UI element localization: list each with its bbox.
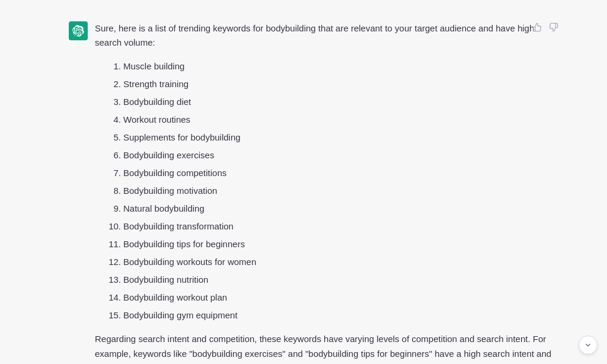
list-number: 1. <box>100 59 121 74</box>
list-item-text: Bodybuilding motivation <box>123 184 217 198</box>
list-number: 6. <box>100 148 121 162</box>
list-item: 5.Supplements for bodybuilding <box>100 130 560 145</box>
list-number: 5. <box>100 130 121 145</box>
list-item: 3.Bodybuilding diet <box>100 95 560 109</box>
list-number: 11. <box>100 237 121 251</box>
assistant-avatar <box>69 21 88 40</box>
list-item-text: Bodybuilding workouts for women <box>123 255 256 269</box>
list-item-text: Natural bodybuilding <box>123 202 205 216</box>
list-item-text: Bodybuilding diet <box>123 95 191 109</box>
chatgpt-icon <box>72 25 84 37</box>
list-number: 14. <box>100 290 121 305</box>
message-body: Sure, here is a list of trending keyword… <box>95 21 560 364</box>
thumbs-down-icon <box>549 23 558 32</box>
list-number: 7. <box>100 166 121 180</box>
list-item: 10.Bodybuilding transformation <box>100 219 560 234</box>
list-item-text: Bodybuilding gym equipment <box>123 308 238 323</box>
assistant-message: Sure, here is a list of trending keyword… <box>0 12 607 364</box>
list-item-text: Bodybuilding workout plan <box>123 290 227 305</box>
chat-container[interactable]: Sure, here is a list of trending keyword… <box>0 0 607 364</box>
list-item: 15.Bodybuilding gym equipment <box>100 308 560 323</box>
list-item-text: Strength training <box>123 77 189 91</box>
list-item-text: Supplements for bodybuilding <box>123 130 241 145</box>
list-item-text: Bodybuilding transformation <box>123 219 234 234</box>
list-number: 13. <box>100 273 121 287</box>
list-item: 4.Workout routines <box>100 113 560 127</box>
list-item: 11.Bodybuilding tips for beginners <box>100 237 560 251</box>
thumbs-down-button[interactable] <box>548 21 560 33</box>
list-item: 14.Bodybuilding workout plan <box>100 290 560 305</box>
scroll-down-button[interactable] <box>579 336 598 355</box>
list-number: 2. <box>100 77 121 91</box>
thumbs-up-button[interactable] <box>531 21 543 33</box>
list-item-text: Bodybuilding nutrition <box>123 273 208 287</box>
message-actions <box>531 21 560 33</box>
list-number: 15. <box>100 308 121 323</box>
list-item-text: Bodybuilding competitions <box>123 166 226 180</box>
list-item-text: Muscle building <box>123 59 184 74</box>
list-number: 9. <box>100 202 121 216</box>
list-item: 1.Muscle building <box>100 59 560 74</box>
list-item-text: Bodybuilding tips for beginners <box>123 237 245 251</box>
list-item: 7.Bodybuilding competitions <box>100 166 560 180</box>
chevron-down-icon <box>584 341 592 349</box>
paragraph1: Regarding search intent and competition,… <box>95 332 560 364</box>
list-number: 10. <box>100 219 121 234</box>
list-number: 4. <box>100 113 121 127</box>
list-item: 8.Bodybuilding motivation <box>100 184 560 198</box>
list-item: 13.Bodybuilding nutrition <box>100 273 560 287</box>
intro-text: Sure, here is a list of trending keyword… <box>95 21 560 50</box>
keyword-list: 1.Muscle building2.Strength training3.Bo… <box>95 59 560 323</box>
list-number: 8. <box>100 184 121 198</box>
list-item: 9.Natural bodybuilding <box>100 202 560 216</box>
thumbs-up-icon <box>532 23 542 32</box>
list-item-text: Workout routines <box>123 113 190 127</box>
list-item: 12.Bodybuilding workouts for women <box>100 255 560 269</box>
list-number: 3. <box>100 95 121 109</box>
list-item: 6.Bodybuilding exercises <box>100 148 560 162</box>
list-item: 2.Strength training <box>100 77 560 91</box>
list-number: 12. <box>100 255 121 269</box>
list-item-text: Bodybuilding exercises <box>123 148 214 162</box>
